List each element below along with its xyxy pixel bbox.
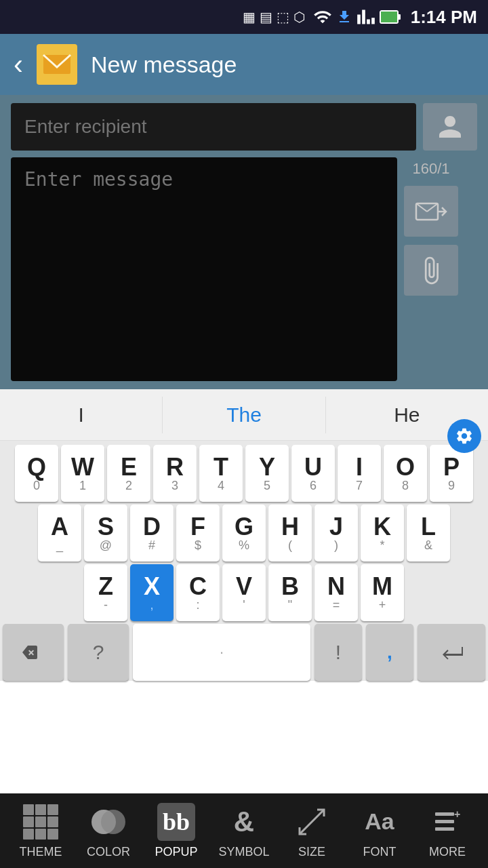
paperclip-icon [416,256,446,285]
suggestion-the[interactable]: The [163,397,325,433]
settings-fab[interactable] [447,419,481,453]
svg-point-8 [101,810,125,834]
symbol-icon-area: & [225,803,263,841]
toolbar-more[interactable]: + MORE [413,803,481,859]
exclamation-key[interactable]: ! [314,624,362,681]
key-s[interactable]: S@ [84,505,127,561]
svg-line-5 [416,203,427,212]
attachment-button[interactable] [404,245,458,296]
key-x[interactable]: X, [130,564,174,621]
notification-icon: ▦ [243,9,256,25]
key-h[interactable]: H( [268,505,312,561]
key-f[interactable]: F$ [176,505,220,561]
svg-rect-10 [435,812,454,816]
toolbar-font[interactable]: Aa FONT [346,803,413,859]
color-icon [91,804,126,840]
more-icon: + [432,807,462,837]
keyboard: Q0 W1 E2 R3 T4 Y5 U6 I7 O8 P9 A_ S@ D# F… [0,441,488,681]
color-icon-area [89,803,127,841]
char-count: 160/1 [412,160,449,178]
key-n[interactable]: N= [314,564,358,621]
image-icon: ⬚ [277,9,289,25]
more-label: MORE [429,845,466,859]
battery-icon [380,9,401,24]
settings-icon [455,427,474,446]
backspace-key[interactable] [3,624,64,681]
key-g[interactable]: G% [222,505,266,561]
key-j[interactable]: J) [314,505,358,561]
key-b[interactable]: B" [268,564,312,621]
size-icon-area [293,803,331,841]
status-icons: ▦ ▤ ⬚ ⬡ 1:14 PM [243,7,477,28]
key-z[interactable]: Z- [84,564,127,621]
recipient-row [11,103,477,151]
message-input[interactable] [11,157,397,381]
font-icon: Aa [365,808,394,835]
bb-icon: bb [163,808,190,836]
question-key[interactable]: ? [68,624,129,681]
toolbar-symbol[interactable]: & SYMBOL [210,803,278,859]
keyboard-row-2: A_ S@ D# F$ G% H( J) K* L& [3,505,485,561]
message-row: 160/1 [11,157,477,381]
file-icon: ▤ [260,9,272,25]
toolbar-theme[interactable]: THEME [7,803,75,859]
space-dot: · [220,644,224,661]
wifi-icon [313,7,332,26]
key-m[interactable]: M+ [361,564,404,621]
back-button[interactable]: ‹ [14,48,23,81]
contact-icon [436,113,464,140]
popup-icon-area: bb [157,803,195,841]
enter-key[interactable] [418,624,485,681]
toolbar-size[interactable]: SIZE [278,803,346,859]
contact-picker-button[interactable] [423,103,477,151]
key-d[interactable]: D# [130,505,174,561]
status-bar: ▦ ▤ ⬚ ⬡ 1:14 PM [0,0,488,34]
toolbar-popup[interactable]: bb POPUP [142,803,210,859]
key-r[interactable]: R3 [153,445,197,502]
popup-label: POPUP [155,845,197,859]
app-icon [37,44,77,85]
svg-line-9 [300,810,324,834]
keyboard-row-3: Z- X, C: V' B" N= M+ [3,564,485,621]
font-icon-area: Aa [361,803,399,841]
backspace-icon [21,643,45,662]
keyboard-row-4: ? · ! , [3,624,485,681]
key-i[interactable]: I7 [338,445,381,502]
key-l[interactable]: L& [407,505,450,561]
key-q[interactable]: Q0 [15,445,58,502]
svg-rect-1 [398,14,401,20]
download-icon [336,9,352,25]
send-button[interactable] [404,186,458,237]
key-a[interactable]: A_ [38,505,81,561]
key-e[interactable]: E2 [107,445,150,502]
svg-rect-2 [381,12,397,22]
key-v[interactable]: V' [222,564,266,621]
theme-icon-area [22,803,60,841]
enter-icon [439,643,464,662]
font-label: FONT [363,845,396,859]
key-u[interactable]: U6 [291,445,335,502]
key-y[interactable]: Y5 [245,445,289,502]
key-o[interactable]: O8 [384,445,427,502]
key-t[interactable]: T4 [199,445,243,502]
space-key[interactable]: · [133,624,310,681]
resize-icon [297,807,327,837]
key-w[interactable]: W1 [61,445,104,502]
suggestions-bar: I The He [0,389,488,441]
key-p[interactable]: P9 [430,445,473,502]
side-buttons: 160/1 [404,157,458,296]
suggestion-i[interactable]: I [0,397,163,433]
color-label: COLOR [87,845,130,859]
theme-label: THEME [20,845,62,859]
compose-area: 160/1 [0,95,488,389]
app-header: ‹ New message [0,34,488,95]
send-icon [415,199,447,224]
svg-text:+: + [454,808,460,820]
toolbar-color[interactable]: COLOR [75,803,142,859]
status-time: 1:14 PM [411,7,477,28]
bottom-toolbar: THEME COLOR bb POPUP & SYMBOL [0,793,488,868]
comma-key[interactable]: , [366,624,413,681]
key-c[interactable]: C: [176,564,220,621]
recipient-input[interactable] [11,103,416,151]
key-k[interactable]: K* [361,505,404,561]
